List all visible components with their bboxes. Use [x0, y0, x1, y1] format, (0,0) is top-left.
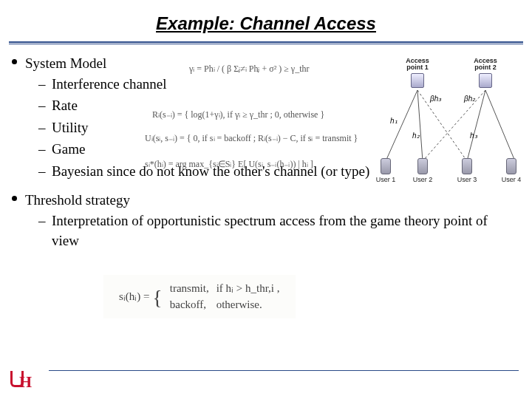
eq-rate: Rᵢ(s₋ᵢ) = { log(1+γᵢ), if γᵢ ≥ γ_thr ; 0…: [152, 109, 324, 120]
dash-icon: –: [38, 211, 46, 231]
svg-line-5: [485, 90, 515, 161]
footer-rule: [49, 370, 519, 371]
eq-r2a: backoff,: [170, 299, 206, 310]
label-bh2: βh₂: [464, 95, 475, 103]
dash-icon: –: [38, 95, 46, 116]
label-bh3: βh₃: [430, 95, 441, 103]
eq-threshold-strategy: sᵢ(hᵢ) = { transmit, if hᵢ > h_thr,i , b…: [103, 275, 296, 318]
slide-title: Example: Channel Access: [0, 0, 532, 34]
sub-text: Interpretation of opportunistic spectrum…: [52, 213, 488, 249]
sub-text: Game: [52, 141, 85, 157]
dash-icon: –: [38, 74, 46, 95]
bullet-threshold: Threshold strategy – Interpretation of o…: [25, 190, 517, 251]
phone-icon: [381, 158, 391, 174]
eq-lhs: sᵢ(hᵢ) =: [119, 290, 150, 302]
label-h2: h₂: [412, 132, 420, 140]
dash-icon: –: [38, 139, 46, 160]
eq-r1a: transmit,: [170, 282, 209, 294]
dash-icon: –: [38, 161, 46, 182]
sub-text: Utility: [52, 120, 89, 135]
svg-line-0: [386, 90, 417, 161]
network-diagram: Accesspoint 1 Accesspoint 2 h₁ h₂ h₃ βh₃…: [378, 58, 526, 183]
label-h1: h₁: [390, 117, 398, 125]
eq-utility: Uᵢ(sᵢ, s₋ᵢ) = { 0, if sᵢ = backoff ; Rᵢ(…: [145, 133, 358, 144]
sub-text: Interference channel: [52, 76, 167, 92]
eq-r1b: if hᵢ > h_thr,i ,: [216, 282, 280, 294]
bullet-dot-icon: [12, 196, 17, 201]
phone-icon: [506, 158, 516, 174]
eq-sinr: γᵢ = Phᵢ / ( β Σⱼ≠ᵢ Phⱼ + σ² ) ≥ γ_thr: [189, 64, 309, 75]
phone-icon: [462, 158, 472, 174]
uh-logo: H: [10, 371, 35, 392]
svg-line-1: [417, 90, 423, 161]
eq-game: sᵢ*(hᵢ) = arg max_{sᵢ∈Sᵢ} E[ U(sᵢ, s₋ᵢ(h…: [145, 159, 313, 170]
phone-icon: [417, 158, 428, 174]
svg-line-2: [417, 90, 467, 161]
user2-label: User 2: [408, 176, 437, 183]
user1-label: User 1: [371, 176, 400, 183]
dash-icon: –: [38, 117, 46, 138]
sub-text: Rate: [52, 98, 78, 113]
sub-interpretation: – Interpretation of opportunistic spectr…: [38, 211, 517, 251]
label-h3: h₃: [470, 132, 477, 140]
bullet-text: Threshold strategy: [25, 192, 130, 208]
eq-r2b: otherwise.: [216, 299, 262, 310]
user4-label: User 4: [497, 176, 526, 183]
user3-label: User 3: [452, 176, 482, 183]
bullet-dot-icon: [12, 59, 17, 64]
bullet-text: System Model: [25, 55, 106, 71]
